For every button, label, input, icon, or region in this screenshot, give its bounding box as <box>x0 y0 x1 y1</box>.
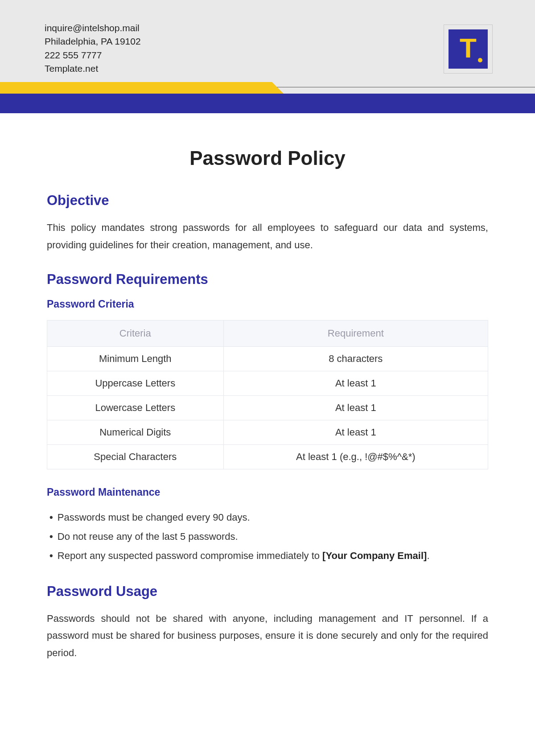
table-row: Minimum Length 8 characters <box>47 347 488 371</box>
logo-letter: T <box>460 34 477 62</box>
table-row: Uppercase Letters At least 1 <box>47 371 488 396</box>
cell: Special Characters <box>47 445 224 469</box>
heading-objective: Objective <box>47 193 488 209</box>
section-usage: Password Usage Passwords should not be s… <box>47 583 488 662</box>
objective-body: This policy mandates strong passwords fo… <box>47 219 488 254</box>
cell: Lowercase Letters <box>47 396 224 420</box>
th-criteria: Criteria <box>47 320 224 347</box>
logo-dot-icon <box>478 58 482 62</box>
cell: At least 1 <box>223 420 488 445</box>
list-item: Passwords must be changed every 90 days. <box>49 508 488 527</box>
table-row: Numerical Digits At least 1 <box>47 420 488 445</box>
heading-requirements: Password Requirements <box>47 271 488 288</box>
table-row: Special Characters At least 1 (e.g., !@#… <box>47 445 488 469</box>
logo-inner: T <box>449 29 488 69</box>
heading-usage: Password Usage <box>47 583 488 600</box>
contact-block: inquire@intelshop.mail Philadelphia, PA … <box>45 21 141 76</box>
list-item: Do not reuse any of the last 5 passwords… <box>49 527 488 546</box>
contact-address: Philadelphia, PA 19102 <box>45 35 141 48</box>
heading-criteria: Password Criteria <box>47 298 488 310</box>
cell: At least 1 (e.g., !@#$%^&*) <box>223 445 488 469</box>
heading-maintenance: Password Maintenance <box>47 486 488 498</box>
criteria-table: Criteria Requirement Minimum Length 8 ch… <box>47 320 488 469</box>
contact-phone: 222 555 7777 <box>45 49 141 62</box>
document-content: Password Policy Objective This policy ma… <box>47 147 488 679</box>
cell: Numerical Digits <box>47 420 224 445</box>
contact-email: inquire@intelshop.mail <box>45 21 141 35</box>
section-requirements: Password Requirements Password Criteria … <box>47 271 488 566</box>
maintenance-list: Passwords must be changed every 90 days.… <box>47 508 488 566</box>
cell: Minimum Length <box>47 347 224 371</box>
table-row: Lowercase Letters At least 1 <box>47 396 488 420</box>
cell: At least 1 <box>223 396 488 420</box>
accent-band-blue <box>0 94 535 113</box>
cell: 8 characters <box>223 347 488 371</box>
list-item: Report any suspected password compromise… <box>49 546 488 566</box>
cell: Uppercase Letters <box>47 371 224 396</box>
cell: At least 1 <box>223 371 488 396</box>
contact-site: Template.net <box>45 62 141 75</box>
accent-band-yellow <box>0 82 272 94</box>
brand-logo: T <box>444 25 493 74</box>
th-requirement: Requirement <box>223 320 488 347</box>
section-objective: Objective This policy mandates strong pa… <box>47 193 488 254</box>
placeholder-email: [Your Company Email] <box>322 550 427 561</box>
page-title: Password Policy <box>47 147 488 169</box>
usage-body: Passwords should not be shared with anyo… <box>47 610 488 662</box>
table-header-row: Criteria Requirement <box>47 320 488 347</box>
